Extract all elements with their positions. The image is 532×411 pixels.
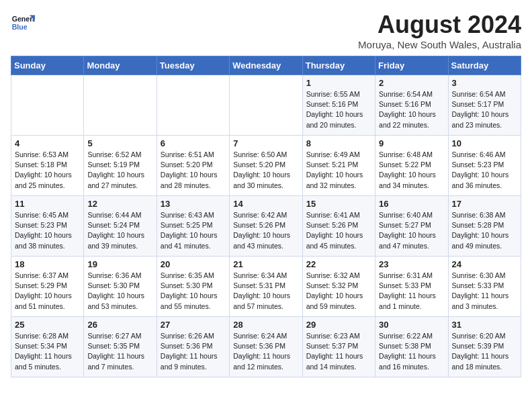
- calendar-cell-w5-d5: 29Sunrise: 6:23 AM Sunset: 5:37 PM Dayli…: [302, 317, 375, 377]
- cell-info: Sunrise: 6:48 AM Sunset: 5:22 PM Dayligh…: [379, 150, 444, 191]
- day-number: 22: [306, 259, 371, 269]
- calendar-header-row: Sunday Monday Tuesday Wednesday Thursday…: [11, 56, 521, 75]
- cell-info: Sunrise: 6:53 AM Sunset: 5:18 PM Dayligh…: [15, 150, 80, 191]
- calendar-cell-w5-d1: 25Sunrise: 6:28 AM Sunset: 5:34 PM Dayli…: [11, 317, 84, 377]
- cell-info: Sunrise: 6:41 AM Sunset: 5:26 PM Dayligh…: [306, 210, 371, 251]
- calendar-cell-w1-d4: [230, 75, 302, 136]
- calendar-cell-w4-d6: 23Sunrise: 6:31 AM Sunset: 5:33 PM Dayli…: [375, 257, 448, 317]
- header-wednesday: Wednesday: [230, 56, 302, 75]
- cell-info: Sunrise: 6:27 AM Sunset: 5:35 PM Dayligh…: [87, 331, 152, 372]
- calendar-cell-w4-d2: 19Sunrise: 6:36 AM Sunset: 5:30 PM Dayli…: [84, 257, 157, 317]
- day-number: 2: [379, 78, 444, 88]
- cell-info: Sunrise: 6:26 AM Sunset: 5:36 PM Dayligh…: [161, 331, 226, 372]
- cell-info: Sunrise: 6:54 AM Sunset: 5:16 PM Dayligh…: [379, 89, 444, 130]
- cell-info: Sunrise: 6:55 AM Sunset: 5:16 PM Dayligh…: [306, 89, 371, 130]
- logo-icon: General Blue: [11, 11, 35, 35]
- cell-info: Sunrise: 6:46 AM Sunset: 5:23 PM Dayligh…: [452, 150, 517, 191]
- day-number: 11: [15, 199, 80, 209]
- cell-info: Sunrise: 6:54 AM Sunset: 5:17 PM Dayligh…: [452, 89, 517, 130]
- day-number: 30: [379, 320, 444, 330]
- header-friday: Friday: [375, 56, 448, 75]
- day-number: 6: [161, 138, 226, 148]
- day-number: 15: [306, 199, 371, 209]
- day-number: 7: [233, 138, 298, 148]
- cell-info: Sunrise: 6:30 AM Sunset: 5:33 PM Dayligh…: [452, 271, 517, 312]
- cell-info: Sunrise: 6:44 AM Sunset: 5:24 PM Dayligh…: [87, 210, 152, 251]
- day-number: 24: [452, 259, 517, 269]
- svg-text:Blue: Blue: [12, 23, 28, 31]
- calendar-cell-w5-d2: 26Sunrise: 6:27 AM Sunset: 5:35 PM Dayli…: [84, 317, 157, 377]
- location-subtitle: Moruya, New South Wales, Australia: [358, 39, 521, 50]
- calendar-cell-w4-d5: 22Sunrise: 6:32 AM Sunset: 5:32 PM Dayli…: [302, 257, 375, 317]
- cell-info: Sunrise: 6:35 AM Sunset: 5:30 PM Dayligh…: [161, 271, 226, 312]
- cell-info: Sunrise: 6:20 AM Sunset: 5:39 PM Dayligh…: [452, 331, 517, 372]
- day-number: 8: [306, 138, 371, 148]
- calendar-cell-w2-d6: 9Sunrise: 6:48 AM Sunset: 5:22 PM Daylig…: [375, 136, 448, 196]
- cell-info: Sunrise: 6:31 AM Sunset: 5:33 PM Dayligh…: [379, 271, 444, 312]
- cell-info: Sunrise: 6:42 AM Sunset: 5:26 PM Dayligh…: [233, 210, 298, 251]
- day-number: 3: [452, 78, 517, 88]
- cell-info: Sunrise: 6:37 AM Sunset: 5:29 PM Dayligh…: [15, 271, 80, 312]
- calendar-cell-w4-d1: 18Sunrise: 6:37 AM Sunset: 5:29 PM Dayli…: [11, 257, 84, 317]
- calendar-cell-w4-d7: 24Sunrise: 6:30 AM Sunset: 5:33 PM Dayli…: [448, 257, 521, 317]
- day-number: 28: [233, 320, 298, 330]
- cell-info: Sunrise: 6:23 AM Sunset: 5:37 PM Dayligh…: [306, 331, 371, 372]
- day-number: 29: [306, 320, 371, 330]
- calendar-week-2: 4Sunrise: 6:53 AM Sunset: 5:18 PM Daylig…: [11, 136, 521, 196]
- header-monday: Monday: [84, 56, 157, 75]
- calendar-cell-w2-d1: 4Sunrise: 6:53 AM Sunset: 5:18 PM Daylig…: [11, 136, 84, 196]
- calendar-cell-w1-d5: 1Sunrise: 6:55 AM Sunset: 5:16 PM Daylig…: [302, 75, 375, 136]
- page-header: General Blue August 2024 Moruya, New Sou…: [11, 11, 521, 50]
- day-number: 4: [15, 138, 80, 148]
- calendar-cell-w3-d3: 13Sunrise: 6:43 AM Sunset: 5:25 PM Dayli…: [157, 196, 229, 257]
- cell-info: Sunrise: 6:45 AM Sunset: 5:23 PM Dayligh…: [15, 210, 80, 251]
- cell-info: Sunrise: 6:49 AM Sunset: 5:21 PM Dayligh…: [306, 150, 371, 191]
- cell-info: Sunrise: 6:40 AM Sunset: 5:27 PM Dayligh…: [379, 210, 444, 251]
- day-number: 12: [87, 199, 152, 209]
- calendar-table: Sunday Monday Tuesday Wednesday Thursday…: [11, 56, 521, 377]
- calendar-cell-w5-d6: 30Sunrise: 6:22 AM Sunset: 5:38 PM Dayli…: [375, 317, 448, 377]
- day-number: 31: [452, 320, 517, 330]
- day-number: 20: [161, 259, 226, 269]
- calendar-cell-w2-d3: 6Sunrise: 6:51 AM Sunset: 5:20 PM Daylig…: [157, 136, 229, 196]
- calendar-cell-w4-d3: 20Sunrise: 6:35 AM Sunset: 5:30 PM Dayli…: [157, 257, 229, 317]
- cell-info: Sunrise: 6:43 AM Sunset: 5:25 PM Dayligh…: [161, 210, 226, 251]
- cell-info: Sunrise: 6:24 AM Sunset: 5:36 PM Dayligh…: [233, 331, 298, 372]
- calendar-week-5: 25Sunrise: 6:28 AM Sunset: 5:34 PM Dayli…: [11, 317, 521, 377]
- calendar-cell-w2-d2: 5Sunrise: 6:52 AM Sunset: 5:19 PM Daylig…: [84, 136, 157, 196]
- cell-info: Sunrise: 6:38 AM Sunset: 5:28 PM Dayligh…: [452, 210, 517, 251]
- day-number: 17: [452, 199, 517, 209]
- day-number: 5: [87, 138, 152, 148]
- calendar-cell-w2-d4: 7Sunrise: 6:50 AM Sunset: 5:20 PM Daylig…: [230, 136, 302, 196]
- cell-info: Sunrise: 6:36 AM Sunset: 5:30 PM Dayligh…: [87, 271, 152, 312]
- logo: General Blue: [11, 11, 35, 35]
- calendar-cell-w3-d6: 16Sunrise: 6:40 AM Sunset: 5:27 PM Dayli…: [375, 196, 448, 257]
- day-number: 16: [379, 199, 444, 209]
- calendar-cell-w5-d4: 28Sunrise: 6:24 AM Sunset: 5:36 PM Dayli…: [230, 317, 302, 377]
- calendar-cell-w3-d1: 11Sunrise: 6:45 AM Sunset: 5:23 PM Dayli…: [11, 196, 84, 257]
- calendar-cell-w1-d2: [84, 75, 157, 136]
- calendar-cell-w3-d7: 17Sunrise: 6:38 AM Sunset: 5:28 PM Dayli…: [448, 196, 521, 257]
- calendar-cell-w1-d6: 2Sunrise: 6:54 AM Sunset: 5:16 PM Daylig…: [375, 75, 448, 136]
- calendar-cell-w3-d5: 15Sunrise: 6:41 AM Sunset: 5:26 PM Dayli…: [302, 196, 375, 257]
- cell-info: Sunrise: 6:28 AM Sunset: 5:34 PM Dayligh…: [15, 331, 80, 372]
- calendar-week-1: 1Sunrise: 6:55 AM Sunset: 5:16 PM Daylig…: [11, 75, 521, 136]
- day-number: 19: [87, 259, 152, 269]
- cell-info: Sunrise: 6:22 AM Sunset: 5:38 PM Dayligh…: [379, 331, 444, 372]
- calendar-cell-w1-d3: [157, 75, 229, 136]
- day-number: 23: [379, 259, 444, 269]
- cell-info: Sunrise: 6:34 AM Sunset: 5:31 PM Dayligh…: [233, 271, 298, 312]
- calendar-cell-w3-d4: 14Sunrise: 6:42 AM Sunset: 5:26 PM Dayli…: [230, 196, 302, 257]
- day-number: 18: [15, 259, 80, 269]
- month-year-title: August 2024: [358, 11, 521, 39]
- calendar-cell-w1-d1: [11, 75, 84, 136]
- calendar-week-3: 11Sunrise: 6:45 AM Sunset: 5:23 PM Dayli…: [11, 196, 521, 257]
- header-thursday: Thursday: [302, 56, 375, 75]
- calendar-cell-w1-d7: 3Sunrise: 6:54 AM Sunset: 5:17 PM Daylig…: [448, 75, 521, 136]
- cell-info: Sunrise: 6:50 AM Sunset: 5:20 PM Dayligh…: [233, 150, 298, 191]
- day-number: 27: [161, 320, 226, 330]
- day-number: 1: [306, 78, 371, 88]
- day-number: 9: [379, 138, 444, 148]
- calendar-cell-w2-d5: 8Sunrise: 6:49 AM Sunset: 5:21 PM Daylig…: [302, 136, 375, 196]
- header-saturday: Saturday: [448, 56, 521, 75]
